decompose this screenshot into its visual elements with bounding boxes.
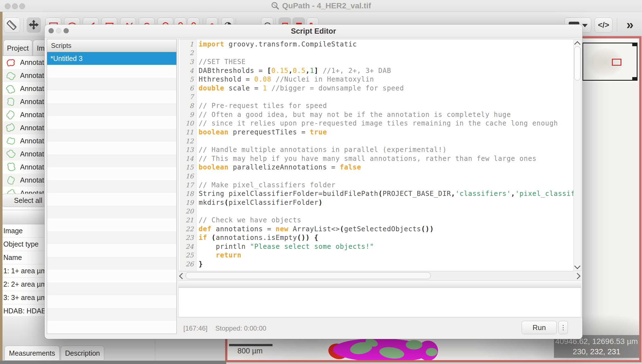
code-lines: 1import groovy.transform.CompileStatic23…: [180, 40, 573, 269]
annotation-shape-icon: [5, 71, 17, 80]
toolbar-overflow-button[interactable]: »: [626, 17, 633, 32]
scroll-left-icon[interactable]: [179, 273, 186, 279]
desktop-edge: [0, 12, 3, 361]
double-chevron-icon: »: [626, 17, 633, 32]
code-line[interactable]: 25 return: [180, 251, 573, 260]
code-line[interactable]: 16: [180, 172, 573, 181]
console-output[interactable]: [178, 287, 581, 317]
code-text: // Often a good idea, but may not be if …: [196, 111, 511, 119]
code-line[interactable]: 2: [180, 49, 573, 58]
script-editor-button[interactable]: </>: [595, 18, 612, 33]
code-line[interactable]: 23if (annotations.isEmpty()) {: [180, 233, 573, 242]
code-line[interactable]: 21// Check we have objects: [180, 216, 573, 225]
tab-description[interactable]: Description: [61, 346, 104, 361]
dialog-titlebar[interactable]: Script Editor: [45, 24, 582, 38]
line-number: 6: [180, 85, 196, 92]
script-list-empty-rows[interactable]: [47, 65, 176, 334]
code-text: boolean parallelizeAnnotations = false: [196, 163, 361, 171]
code-line[interactable]: 5Hthreshold = 0.08 //Nuclei in Hematoxyl…: [180, 75, 573, 84]
code-line[interactable]: 6double scale = 1 //bigger = downsample …: [180, 84, 573, 93]
line-number: 9: [180, 111, 196, 118]
move-icon: [28, 19, 39, 30]
line-number: 19: [180, 199, 196, 206]
code-line[interactable]: 20: [180, 207, 573, 216]
kebab-icon: ⋮: [560, 324, 566, 331]
horizontal-scrollbar-thumb[interactable]: [186, 272, 431, 279]
code-line[interactable]: 15boolean parallelizeAnnotations = false: [180, 163, 573, 172]
tab-measurements[interactable]: Measurements: [4, 346, 60, 361]
code-editor[interactable]: 1import groovy.transform.CompileStatic23…: [178, 39, 573, 271]
caret-position: [167:46]: [183, 324, 208, 332]
horizontal-scrollbar[interactable]: [178, 271, 581, 280]
code-line[interactable]: 22def annotations = new ArrayList<>(getS…: [180, 225, 573, 233]
line-number: 24: [180, 243, 196, 250]
move-tool-button[interactable]: [27, 18, 41, 33]
line-number: 17: [180, 181, 196, 189]
window-titlebar: QuPath - 4_HER2_val.tif: [0, 0, 642, 12]
code-line[interactable]: 11boolean prerequestTiles = true: [180, 128, 573, 137]
window-title: QuPath - 4_HER2_val.tif: [0, 0, 642, 12]
line-number: 5: [180, 76, 196, 83]
annotation-shape-icon: [5, 97, 17, 107]
code-icon: </>: [598, 21, 609, 29]
scripts-panel: Scripts *Untitled 3: [47, 39, 177, 334]
line-number: 1: [180, 41, 196, 48]
line-number: 21: [180, 217, 196, 224]
measure-tool-button[interactable]: [4, 18, 20, 33]
script-list-item-selected[interactable]: *Untitled 3: [47, 52, 176, 65]
code-line[interactable]: 13// Handle multiple annotations in para…: [180, 145, 573, 154]
line-number: 22: [180, 225, 196, 233]
annotation-shape-icon: [5, 163, 17, 172]
tab-project[interactable]: Project: [3, 40, 32, 56]
annotation-shape-icon: [5, 84, 17, 94]
code-text: Hthreshold = 0.08 //Nuclei in Hematoxyli…: [196, 75, 374, 83]
script-editor-dialog: Script Editor Scripts *Untitled 3 1impor…: [45, 24, 582, 339]
line-number: 26: [180, 260, 196, 268]
scroll-down-icon[interactable]: [574, 263, 581, 269]
code-text: println "Please select some objects!": [196, 243, 374, 250]
code-line[interactable]: 18String pixelClassifierFolder=buildFile…: [180, 189, 573, 198]
code-text: DABthresholds = [0.15,0.5,1] //1+, 2+, 3…: [196, 67, 391, 75]
code-text: if (annotations.isEmpty()) {: [196, 234, 318, 242]
code-line[interactable]: 1import groovy.transform.CompileStatic: [180, 40, 573, 49]
annotation-shape-icon: [5, 176, 17, 185]
code-line[interactable]: 24 println "Please select some objects!": [180, 242, 573, 251]
code-line[interactable]: 4DABthresholds = [0.15,0.5,1] //1+, 2+, …: [180, 66, 573, 75]
editor-console-splitter[interactable]: [178, 280, 581, 287]
code-line[interactable]: 26}: [180, 260, 573, 269]
line-number: 8: [180, 102, 196, 109]
line-number: 12: [180, 137, 196, 145]
line-number: 23: [180, 234, 196, 241]
window-bottom-edge: [0, 361, 226, 364]
code-line[interactable]: 8// Pre-request tiles for speed: [180, 101, 573, 110]
qupath-screen: QuPath - 4_HER2_val.tif: [0, 0, 642, 364]
code-line[interactable]: 14// This may help if you have many smal…: [180, 154, 573, 163]
dialog-title: Script Editor: [45, 24, 582, 38]
code-text: // Pre-request tiles for speed: [196, 102, 327, 110]
run-button[interactable]: Run: [522, 321, 557, 334]
annotation-shape-icon: [5, 149, 17, 159]
code-line[interactable]: 10// since it relies upon pre-requested …: [180, 119, 573, 128]
code-line[interactable]: 17// Make pixel_classifiers folder: [180, 181, 573, 190]
code-line[interactable]: 9// Often a good idea, but may not be if…: [180, 110, 573, 119]
code-text: // Make pixel_classifiers folder: [196, 181, 335, 189]
ruler-icon: [6, 19, 18, 31]
line-number: 16: [180, 173, 196, 180]
code-text: // Handle multiple annotations in parall…: [196, 146, 447, 154]
code-line[interactable]: 12: [180, 137, 573, 146]
line-number: 25: [180, 252, 196, 259]
code-line[interactable]: 3//SET THESE: [180, 57, 573, 66]
line-number: 15: [180, 164, 196, 171]
code-text: String pixelClassifierFolder=buildFilePa…: [196, 190, 573, 198]
line-number: 11: [180, 129, 196, 136]
scripts-header: Scripts: [47, 39, 176, 52]
code-line[interactable]: 19mkdirs(pixelClassifierFolder): [180, 198, 573, 207]
more-options-button[interactable]: ⋮: [558, 321, 568, 334]
code-line[interactable]: 7: [180, 93, 573, 102]
vertical-scrollbar-thumb[interactable]: [574, 46, 580, 80]
line-number: 20: [180, 208, 196, 215]
scroll-right-icon[interactable]: [574, 273, 581, 279]
code-text: return: [196, 251, 242, 259]
vertical-scrollbar[interactable]: [573, 40, 581, 271]
code-text: def annotations = new ArrayList<>(getSel…: [196, 225, 434, 233]
